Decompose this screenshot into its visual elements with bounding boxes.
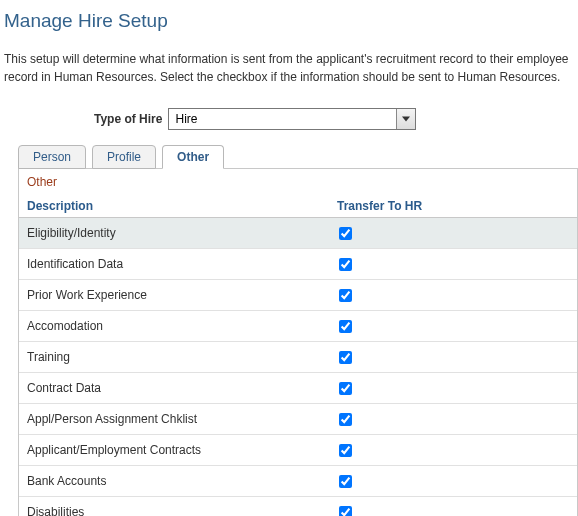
panel-title: Other [19, 175, 577, 195]
svg-marker-0 [402, 117, 410, 122]
column-header-transfer[interactable]: Transfer To HR [337, 199, 569, 213]
row-description: Disabilities [27, 505, 337, 516]
table-header-row: Description Transfer To HR [19, 195, 577, 218]
row-description: Prior Work Experience [27, 288, 337, 302]
tab-row: PersonProfileOther [18, 144, 574, 168]
other-panel: Other Description Transfer To HR Eligibi… [18, 168, 578, 516]
row-transfer-cell [337, 227, 569, 240]
row-description: Training [27, 350, 337, 364]
transfer-checkbox[interactable] [339, 351, 352, 364]
table-body: Eligibility/IdentityIdentification DataP… [19, 218, 577, 516]
table-row: Training [19, 342, 577, 373]
table-row: Identification Data [19, 249, 577, 280]
table-row: Disabilities [19, 497, 577, 516]
row-transfer-cell [337, 444, 569, 457]
tab-other[interactable]: Other [162, 145, 224, 169]
column-header-description[interactable]: Description [27, 199, 337, 213]
transfer-checkbox[interactable] [339, 258, 352, 271]
transfer-checkbox[interactable] [339, 227, 352, 240]
intro-text: This setup will determine what informati… [4, 50, 574, 86]
row-description: Accomodation [27, 319, 337, 333]
table-row: Contract Data [19, 373, 577, 404]
type-of-hire-value: Hire [175, 112, 197, 126]
row-transfer-cell [337, 351, 569, 364]
transfer-checkbox[interactable] [339, 475, 352, 488]
row-transfer-cell [337, 506, 569, 517]
type-of-hire-select[interactable]: Hire [168, 108, 416, 130]
row-transfer-cell [337, 258, 569, 271]
row-transfer-cell [337, 289, 569, 302]
row-description: Identification Data [27, 257, 337, 271]
table-row: Bank Accounts [19, 466, 577, 497]
row-transfer-cell [337, 475, 569, 488]
table-row: Eligibility/Identity [19, 218, 577, 249]
transfer-checkbox[interactable] [339, 320, 352, 333]
transfer-checkbox[interactable] [339, 382, 352, 395]
row-description: Bank Accounts [27, 474, 337, 488]
table-row: Appl/Person Assignment Chklist [19, 404, 577, 435]
row-transfer-cell [337, 382, 569, 395]
transfer-checkbox[interactable] [339, 444, 352, 457]
table-row: Accomodation [19, 311, 577, 342]
tab-profile[interactable]: Profile [92, 145, 156, 169]
row-transfer-cell [337, 320, 569, 333]
row-description: Appl/Person Assignment Chklist [27, 412, 337, 426]
row-description: Eligibility/Identity [27, 226, 337, 240]
type-of-hire-row: Type of Hire Hire [4, 108, 574, 130]
row-description: Applicant/Employment Contracts [27, 443, 337, 457]
row-transfer-cell [337, 413, 569, 426]
table-row: Applicant/Employment Contracts [19, 435, 577, 466]
transfer-checkbox[interactable] [339, 506, 352, 517]
table-row: Prior Work Experience [19, 280, 577, 311]
tab-person[interactable]: Person [18, 145, 86, 169]
page-title: Manage Hire Setup [4, 10, 574, 32]
row-description: Contract Data [27, 381, 337, 395]
type-of-hire-label: Type of Hire [94, 112, 162, 126]
transfer-checkbox[interactable] [339, 413, 352, 426]
chevron-down-icon [396, 109, 415, 129]
transfer-checkbox[interactable] [339, 289, 352, 302]
